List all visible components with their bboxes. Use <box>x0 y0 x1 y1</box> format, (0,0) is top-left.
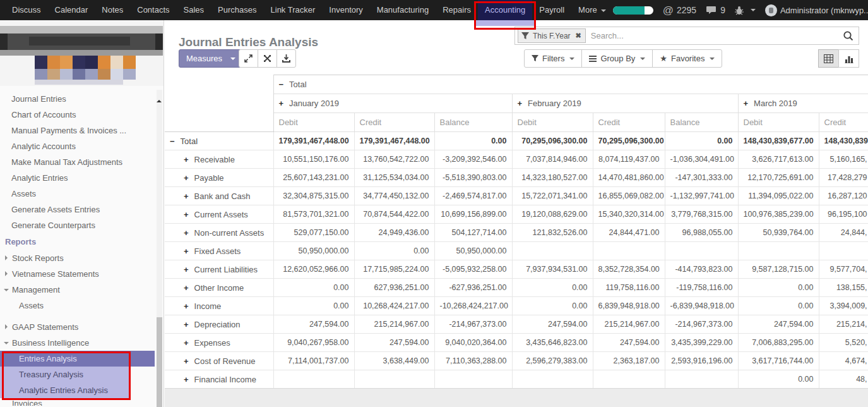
pivot-cell: 14,470,481,860.00 <box>593 169 665 187</box>
row-header-current-liabilities[interactable]: +Current Liabilities <box>165 260 273 279</box>
row-header-fixed-assets[interactable]: +Fixed Assets <box>165 242 273 260</box>
row-header-cost-of-revenue[interactable]: +Cost of Revenue <box>165 352 273 370</box>
pivot-cell: 15,722,071,341.00 <box>512 187 593 205</box>
pivot-cell: 247,594.00 <box>738 315 819 334</box>
row-header-financial-income[interactable]: +Financial Income <box>165 370 273 389</box>
sidebar-item-analytic-entries[interactable]: Analytic Entries <box>0 170 163 186</box>
row-header-bank-and-cash[interactable]: +Bank and Cash <box>165 187 273 205</box>
sidebar-group-management[interactable]: Management <box>0 282 163 298</box>
mentions-indicator[interactable]: @ 2295 <box>663 5 696 16</box>
filter-funnel-icon <box>532 55 538 62</box>
expand-all-button[interactable] <box>239 49 258 68</box>
row-header-income[interactable]: +Income <box>165 297 273 315</box>
sidebar-item-treasury-analysis[interactable]: Treasury Analysis <box>0 367 131 382</box>
chevron-down-icon <box>230 58 235 63</box>
sidebar-item-generate-assets-entries[interactable]: Generate Assets Entries <box>0 202 163 217</box>
column-total-header[interactable]: −Total <box>273 75 868 94</box>
nav-app-inventory[interactable]: Inventory <box>322 0 369 20</box>
nav-app-payroll[interactable]: Payroll <box>532 0 571 20</box>
month-header-march-2019[interactable]: +March 2019 <box>738 94 868 113</box>
chevron-right-icon <box>5 271 10 276</box>
row-header-payable[interactable]: +Payable <box>165 169 273 187</box>
sidebar-item-entries-analysis[interactable]: Entries Analysis <box>0 351 155 367</box>
top-navbar: DiscussCalendarNotesContactsSalesPurchas… <box>0 0 868 20</box>
pivot-row-payable: +Payable25,607,143,231.0031,125,534,034.… <box>165 169 868 187</box>
chevron-right-icon <box>5 324 10 329</box>
search-input[interactable] <box>586 31 843 40</box>
search-icon[interactable] <box>843 30 853 41</box>
pivot-cell: 10,699,156,899.00 <box>434 205 512 224</box>
flip-axis-button[interactable] <box>258 49 277 68</box>
row-header-total[interactable]: −Total <box>165 132 273 150</box>
pivot-cell: 70,295,096,300.00 <box>512 132 593 150</box>
search-facet[interactable]: This F.Year ✖ <box>518 28 586 43</box>
graph-view-button[interactable] <box>838 49 859 68</box>
nav-app-purchases[interactable]: Purchases <box>211 0 263 20</box>
pivot-cell: 0.00 <box>273 279 354 297</box>
sidebar-item-analytic-entries-analysis[interactable]: Analytic Entries Analysis <box>0 382 131 398</box>
pivot-cell: 529,077,150.00 <box>273 224 354 242</box>
sidebar-item-assets[interactable]: Assets <box>0 186 163 202</box>
nav-app-discuss[interactable]: Discuss <box>5 0 48 20</box>
nav-app-more[interactable]: More <box>571 0 613 20</box>
facet-label: This F.Year <box>532 32 572 40</box>
messages-indicator[interactable]: 9 <box>706 5 725 15</box>
pivot-cell: 9,587,128,715.00 <box>738 260 819 279</box>
sidebar-item-generate-counterparts[interactable]: Generate Counterparts <box>0 217 163 233</box>
nav-app-calendar[interactable]: Calendar <box>48 0 95 20</box>
measures-button[interactable]: Measures <box>179 49 243 68</box>
filters-button[interactable]: Filters <box>524 49 582 68</box>
nav-app-notes[interactable]: Notes <box>95 0 130 20</box>
groupby-button[interactable]: Group By <box>581 49 653 68</box>
main-content: Journal Entries Analysis This F.Year ✖ M… <box>165 20 868 407</box>
month-header-february-2019[interactable]: +February 2019 <box>512 94 738 113</box>
row-header-non-current-assets[interactable]: +Non-current Assets <box>165 224 273 242</box>
pivot-cell: 19,120,088,629.00 <box>512 205 593 224</box>
scrollbar-thumb[interactable] <box>157 317 162 407</box>
month-header-january-2019[interactable]: +January 2019 <box>273 94 512 113</box>
pivot-row-current-assets: +Current Assets81,573,701,321.0070,874,5… <box>165 205 868 224</box>
nav-app-link-tracker[interactable]: Link Tracker <box>264 0 323 20</box>
nav-app-repairs[interactable]: Repairs <box>436 0 478 20</box>
nav-app-accounting[interactable]: Accounting <box>478 0 532 20</box>
sidebar-group-stock-reports[interactable]: Stock Reports <box>0 250 163 266</box>
sidebar-group-vietnamese-statements[interactable]: Vietnamese Statements <box>0 266 163 282</box>
pivot-cell: 81,573,701,321.00 <box>273 205 354 224</box>
nav-app-sales[interactable]: Sales <box>177 0 211 20</box>
row-header-expenses[interactable]: +Expenses <box>165 334 273 352</box>
pivot-cell: 100,976,385,239.00 <box>738 205 819 224</box>
sidebar-group-invoices[interactable]: Invoices <box>0 399 163 406</box>
sidebar-item-assets[interactable]: Assets <box>0 298 163 313</box>
download-button[interactable] <box>276 49 296 68</box>
sidebar-item-manual-payments-invoices[interactable]: Manual Payments & Invoices ... <box>0 123 163 138</box>
sidebar-group-business-intelligence[interactable]: Business Intelligence <box>0 335 163 351</box>
sidebar-group-label: Management <box>12 285 60 295</box>
favorites-button[interactable]: ★ Favorites <box>652 49 722 68</box>
row-header-receivable[interactable]: +Receivable <box>165 150 273 169</box>
scrollbar-up-arrow[interactable] <box>157 97 162 102</box>
sidebar: Journal EntriesChart of AccountsManual P… <box>0 20 164 407</box>
pivot-cell: 247,594.00 <box>354 334 434 352</box>
row-header-current-assets[interactable]: +Current Assets <box>165 205 273 224</box>
sidebar-group-gaap-statements[interactable]: GAAP Statements <box>0 319 163 335</box>
facet-remove-icon[interactable]: ✖ <box>572 32 585 40</box>
nav-app-manufacturing[interactable]: Manufacturing <box>370 0 436 20</box>
pivot-cell: 48, <box>819 370 868 389</box>
pivot-cell: 96,195,100 <box>819 205 868 224</box>
row-header-depreciation[interactable]: +Depreciation <box>165 315 273 334</box>
chevron-down-icon <box>4 342 9 347</box>
debug-menu[interactable] <box>735 6 756 15</box>
row-header-other-income[interactable]: +Other Income <box>165 279 273 297</box>
sidebar-item-make-manual-tax-adjustments[interactable]: Make Manual Tax Adjustments <box>0 154 163 170</box>
user-menu[interactable]: Administrator (mknwyp... <box>765 4 868 16</box>
pivot-view-button[interactable] <box>818 49 839 68</box>
pivot-cell: 8,352,728,354.00 <box>593 260 665 279</box>
pivot-cell: 17,428,279 <box>819 169 868 187</box>
sidebar-item-journal-entries[interactable]: Journal Entries <box>0 91 163 107</box>
progress-fill <box>613 6 645 15</box>
pivot-row-current-liabilities: +Current Liabilities12,620,052,966.0017,… <box>165 260 868 279</box>
sidebar-item-chart-of-accounts[interactable]: Chart of Accounts <box>0 107 163 123</box>
sidebar-item-analytic-accounts[interactable]: Analytic Accounts <box>0 138 163 154</box>
nav-app-contacts[interactable]: Contacts <box>130 0 176 20</box>
pivot-cell <box>512 370 593 389</box>
